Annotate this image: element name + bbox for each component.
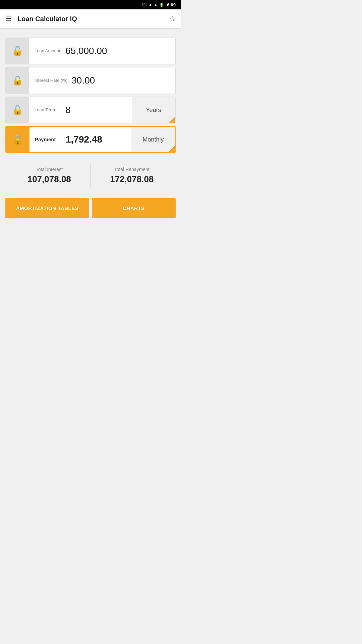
loan-amount-icon-area: 🔓	[6, 38, 29, 64]
app-title: Loan Calculator IQ	[17, 15, 169, 23]
loan-term-unit[interactable]: Years	[132, 97, 175, 123]
payment-unit-text: Monthly	[142, 136, 164, 143]
loan-amount-label: Loan Amount	[35, 48, 61, 54]
summary-section: Total Interest 107,078.08 Total Repaymen…	[5, 157, 176, 193]
status-bar: 📳 ▲ ▲ 🔋 6:09	[0, 0, 181, 9]
loan-amount-body: Loan Amount 65,000.00	[29, 38, 175, 64]
battery-icon: 🔋	[159, 3, 164, 7]
ad-area	[0, 224, 181, 244]
loan-amount-card[interactable]: 🔓 Loan Amount 65,000.00	[5, 38, 176, 64]
wifi-icon: ▲	[148, 3, 152, 7]
status-time: 6:09	[167, 2, 176, 7]
main-content: 🔓 Loan Amount 65,000.00 🔓 Interest Rate …	[0, 28, 181, 224]
action-buttons: AMORTIZATION TABLES CHARTS	[5, 198, 176, 218]
interest-rate-value[interactable]: 30.00	[71, 75, 95, 86]
total-repayment-value: 172,078.08	[91, 174, 173, 184]
total-repayment-item: Total Repayment 172,078.08	[91, 167, 173, 184]
payment-icon-area: 🔒	[6, 127, 29, 152]
status-icons: 📳 ▲ ▲ 🔋 6:09	[142, 2, 176, 7]
payment-lock-icon: 🔒	[12, 134, 24, 145]
favorite-icon[interactable]: ☆	[169, 14, 176, 23]
app-bar: ☰ Loan Calculator IQ ☆	[0, 9, 181, 28]
payment-body: Payment 1,792.48	[29, 127, 131, 152]
loan-term-unit-text: Years	[146, 107, 161, 114]
interest-rate-icon-area: 🔓	[6, 67, 29, 94]
interest-rate-card[interactable]: 🔓 Interest Rate (%) 30.00	[5, 67, 176, 94]
payment-unit[interactable]: Monthly	[131, 127, 175, 152]
corner-triangle	[169, 116, 175, 123]
charts-button[interactable]: CHARTS	[92, 198, 176, 218]
loan-term-card[interactable]: 🔓 Loan Term 8 Years	[5, 97, 176, 123]
loan-term-lock-icon: 🔓	[12, 105, 23, 115]
payment-card[interactable]: 🔒 Payment 1,792.48 Monthly	[5, 126, 176, 153]
interest-rate-body: Interest Rate (%) 30.00	[29, 67, 175, 94]
loan-term-value[interactable]: 8	[65, 105, 71, 115]
payment-value[interactable]: 1,792.48	[66, 134, 102, 145]
loan-term-label: Loan Term	[35, 107, 61, 113]
vibrate-icon: 📳	[142, 3, 147, 7]
loan-term-icon-area: 🔓	[6, 97, 29, 123]
total-interest-value: 107,078.08	[8, 174, 90, 184]
loan-amount-lock-icon: 🔓	[12, 46, 23, 56]
interest-rate-label: Interest Rate (%)	[35, 78, 67, 84]
payment-label: Payment	[35, 136, 62, 143]
signal-icon: ▲	[154, 3, 158, 7]
payment-corner-triangle	[168, 146, 175, 152]
total-interest-label: Total Interest	[8, 167, 90, 172]
total-interest-item: Total Interest 107,078.08	[8, 167, 90, 184]
loan-term-body: Loan Term 8	[29, 97, 132, 123]
menu-icon[interactable]: ☰	[5, 15, 12, 22]
amortization-tables-button[interactable]: AMORTIZATION TABLES	[5, 198, 89, 218]
loan-amount-value[interactable]: 65,000.00	[65, 46, 107, 56]
interest-rate-lock-icon: 🔓	[12, 75, 23, 86]
total-repayment-label: Total Repayment	[91, 167, 173, 172]
